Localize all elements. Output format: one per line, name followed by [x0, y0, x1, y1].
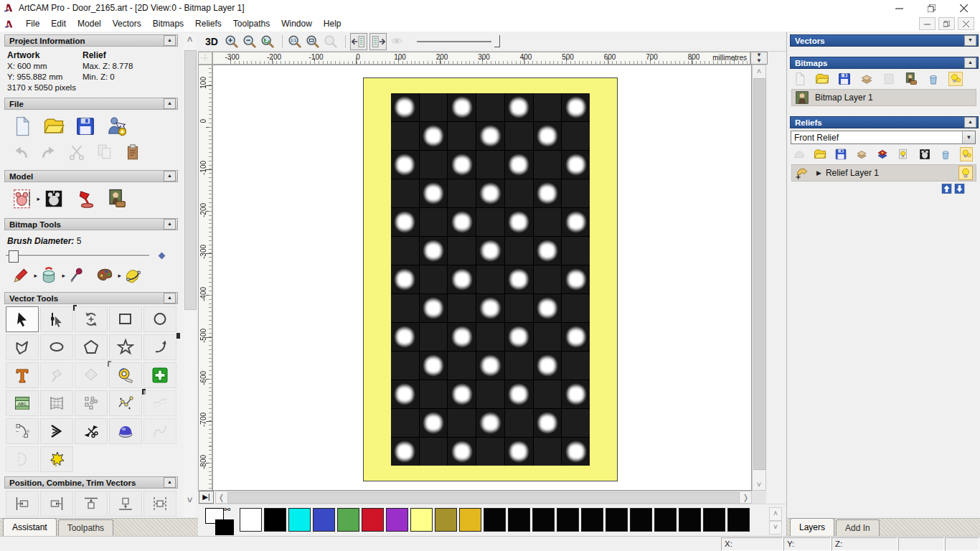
collapse-bitmaps-button[interactable]: ▲ [964, 57, 976, 68]
save-floppy-icon[interactable] [75, 116, 96, 137]
menu-vectors[interactable]: Vectors [107, 17, 147, 30]
collapse-file-button[interactable]: ▲ [164, 98, 176, 109]
menu-file[interactable]: File [20, 17, 45, 30]
move-layer-down-button[interactable] [954, 184, 965, 194]
scroll-left-icon[interactable]: ❬ [218, 493, 225, 502]
scroll-up-icon[interactable]: ˄ [184, 34, 196, 46]
secondary-colour-swatch[interactable] [215, 519, 234, 535]
join-vectors-icon[interactable] [40, 418, 73, 444]
palette-swatch-6[interactable] [386, 508, 408, 532]
align-left-icon[interactable] [6, 491, 39, 517]
relief-layer-item[interactable]: ▶ Relief Layer 1 [791, 164, 976, 182]
assistant-scrollbar[interactable]: ˄ ˅ [184, 34, 196, 517]
layer-stack-icon[interactable] [876, 147, 889, 161]
brush-diameter-slider[interactable] [6, 250, 149, 260]
palette-swatch-18[interactable] [679, 508, 701, 532]
reliefs-header[interactable]: Reliefs ▲ [790, 116, 979, 128]
restore-button[interactable] [915, 0, 948, 16]
collapse-project-info-button[interactable]: ▲ [164, 35, 176, 46]
node-editing-icon[interactable] [40, 306, 73, 332]
scroll-up-icon[interactable]: ˄ [753, 67, 765, 75]
select-vectors-icon[interactable] [6, 306, 39, 332]
vector-texture-icon[interactable] [40, 446, 73, 472]
vertical-scroll-thumb[interactable] [753, 78, 766, 470]
notes-icon[interactable] [123, 143, 142, 161]
set-model-size-icon[interactable] [11, 188, 33, 209]
create-bridge-icon[interactable] [109, 390, 142, 416]
collapse-reliefs-button[interactable]: ▲ [964, 117, 976, 128]
palette-swatch-11[interactable] [508, 508, 530, 532]
flood-fill-icon[interactable] [39, 266, 58, 285]
adjust-model-icon[interactable] [918, 147, 931, 161]
toggle-visibility-icon[interactable] [960, 147, 973, 161]
save-floppy-icon[interactable] [834, 147, 847, 161]
create-star-icon[interactable] [109, 334, 142, 360]
ruler-unit-button[interactable]: ▼▼ [750, 52, 768, 65]
pane-split-button[interactable]: ▶| [199, 491, 214, 504]
palette-swatch-5[interactable] [362, 508, 384, 532]
palette-swatch-20[interactable] [727, 508, 750, 532]
previous-bitmap-icon[interactable] [350, 33, 367, 50]
menu-edit[interactable]: Edit [45, 17, 72, 30]
create-circle-icon[interactable] [143, 306, 176, 332]
scroll-down-icon[interactable]: ˅ [753, 480, 765, 489]
create-polygon-icon[interactable] [75, 334, 108, 360]
delete-trash-icon[interactable] [939, 147, 952, 161]
tab-add-in[interactable]: Add In [836, 519, 880, 536]
zoom-fit-icon[interactable] [305, 34, 321, 50]
palette-swatch-4[interactable] [337, 508, 359, 532]
paint-brush-icon[interactable] [11, 266, 30, 285]
create-arc-icon[interactable] [143, 334, 176, 360]
lighting-icon[interactable] [75, 188, 96, 209]
palette-swatch-8[interactable] [435, 508, 457, 532]
paste-stack-icon[interactable] [859, 72, 874, 86]
tab-toolpaths[interactable]: Toolpaths [58, 519, 113, 536]
menu-bitmaps[interactable]: Bitmaps [147, 17, 189, 30]
palette-icon[interactable] [95, 266, 114, 285]
relief-visibility-bulb-icon[interactable] [958, 166, 973, 180]
fillet-tool-icon[interactable] [6, 418, 39, 444]
texture-relief-icon[interactable] [106, 188, 128, 209]
horizontal-scrollbar[interactable]: ❬ ❭ [215, 491, 752, 504]
close-button[interactable] [948, 0, 980, 16]
create-ellipse-icon[interactable] [40, 334, 73, 360]
nesting-icon[interactable] [75, 390, 108, 416]
link-colours-icon[interactable]: ⚯ [224, 505, 230, 514]
align-centre-h-icon[interactable] [143, 491, 176, 517]
palette-swatch-12[interactable] [532, 508, 555, 532]
measure-icon[interactable] [109, 362, 142, 388]
create-rectangle-icon[interactable] [109, 306, 142, 332]
relief-select-combobox[interactable]: Front Relief ▼ [791, 131, 976, 144]
project-information-header[interactable]: Project Information ▲ [4, 34, 178, 47]
align-top-icon[interactable] [75, 491, 108, 517]
collapse-bitmap-tools-button[interactable]: ▲ [164, 219, 176, 230]
menu-help[interactable]: Help [318, 17, 347, 30]
collapse-position-button[interactable]: ▲ [164, 477, 176, 488]
open-folder-icon[interactable] [43, 116, 65, 137]
palette-swatch-17[interactable] [654, 508, 677, 532]
delete-trash-icon[interactable] [926, 72, 941, 86]
model-section-header[interactable]: Model ▲ [4, 170, 178, 182]
menu-toolpaths[interactable]: Toolpaths [227, 17, 275, 30]
texture-relief-icon[interactable] [904, 72, 918, 86]
bitmaps-header[interactable]: Bitmaps ▲ [790, 57, 979, 69]
palette-swatch-2[interactable] [288, 508, 311, 532]
zoom-previous-icon[interactable] [260, 34, 275, 50]
collapse-model-button[interactable]: ▲ [164, 171, 176, 182]
palette-swatch-3[interactable] [313, 508, 335, 532]
model-wizard-icon[interactable] [106, 116, 128, 137]
palette-swatch-16[interactable] [630, 508, 652, 532]
collapse-vector-tools-button[interactable]: ▲ [164, 293, 176, 303]
colour-picker-icon[interactable] [67, 266, 86, 285]
palette-swatch-13[interactable] [557, 508, 579, 532]
bitmap-layer-item[interactable]: Bitmap Layer 1 [791, 89, 976, 106]
scroll-down-icon[interactable]: ˅ [184, 495, 196, 507]
toggle-visibility-icon[interactable] [948, 72, 963, 86]
vector-doctor-icon[interactable] [143, 362, 176, 388]
palette-swatch-7[interactable] [410, 508, 433, 532]
align-right-icon[interactable] [40, 491, 73, 517]
bitmap-tools-header[interactable]: Bitmap Tools ▲ [4, 218, 178, 230]
brush-slider-thumb[interactable] [9, 250, 19, 263]
zoom-1to1-icon[interactable]: 1:1 [287, 34, 303, 50]
palette-swatch-9[interactable] [459, 508, 481, 532]
